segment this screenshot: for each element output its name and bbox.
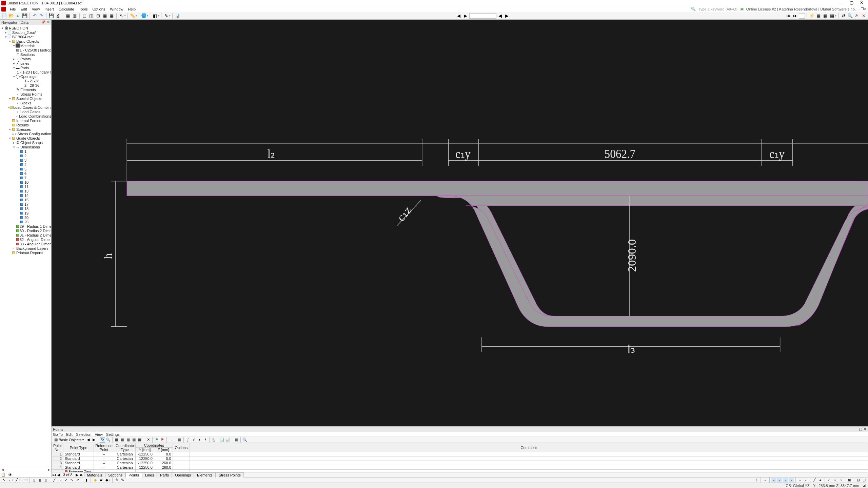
tree-dim-30[interactable]: 30 - Radius 2 Dimension <box>0 228 51 233</box>
table-row[interactable]: 2Standard--Cartesian12250.00.0 <box>52 456 868 461</box>
edit-tool[interactable]: ✎▾ <box>163 13 171 19</box>
pp-find-icon[interactable]: 🔍 <box>105 437 111 443</box>
bt-v14-icon[interactable]: ⊡ <box>856 478 861 483</box>
view5-icon[interactable]: ▦ <box>108 13 115 19</box>
bt-7-icon[interactable]: ▯ <box>43 478 48 483</box>
pp-t3-icon[interactable]: ▦ <box>125 437 131 443</box>
scroll-right-icon[interactable]: ▶ <box>46 468 51 471</box>
bt-12-icon[interactable]: ↗ <box>75 478 80 483</box>
pp-del-icon[interactable]: ✕ <box>145 437 151 443</box>
table-row[interactable]: 1Standard--Cartesian-12250.00.0 <box>52 452 868 456</box>
table-row[interactable]: 4Standard--Cartesian12250.0260.0 <box>52 465 868 470</box>
flash-icon[interactable]: ⚡ <box>809 13 815 19</box>
pp-tab[interactable]: Stress Points <box>216 472 244 477</box>
tree-lines[interactable]: ▸╱Lines <box>0 61 51 65</box>
tree-load[interactable]: ▾Load Cases & Combinations <box>0 105 51 109</box>
bt-v5-icon[interactable]: ▫ <box>789 478 794 483</box>
nav-hscroll[interactable]: ◀ ▶ <box>0 467 51 472</box>
tree-bg-layers[interactable]: ▫Background Layers <box>0 246 51 250</box>
chart-icon[interactable]: 📊 <box>174 13 180 19</box>
table-row[interactable]: 3Standard--Cartesian-12250.0260.0 <box>52 461 868 465</box>
menu-options[interactable]: Options <box>90 7 107 11</box>
tree-dim-item[interactable]: 10 <box>0 180 51 184</box>
bt-6-icon[interactable]: ▯ <box>37 478 42 483</box>
bt-17-icon[interactable]: ✎ <box>114 478 119 483</box>
warn-icon[interactable]: ⚠ <box>854 13 860 19</box>
tree-dim-item[interactable]: 5 <box>0 167 51 171</box>
tree-internal[interactable]: Internal Forces <box>0 118 51 123</box>
tree-load-combos[interactable]: ▫Load Combinations <box>0 114 51 118</box>
pp-tab[interactable]: Points <box>125 472 142 477</box>
tree-results[interactable]: Results <box>0 123 51 127</box>
tree-dim-item[interactable]: 26 <box>0 220 51 224</box>
tree-dim-item[interactable]: 6 <box>0 171 51 176</box>
tree-material-1[interactable]: 1 - C25/30 | Isotropic | Linear Elas… <box>0 48 51 52</box>
pp-last-icon[interactable]: ⏭ <box>79 473 84 477</box>
pp-fx4-icon[interactable]: f <box>202 437 208 443</box>
bt-v4-icon[interactable]: ▫ <box>783 478 788 483</box>
pp-next-page-icon[interactable]: ▶ <box>75 473 79 477</box>
search-hint[interactable]: Type a keyword (Alt+Q) <box>696 7 740 11</box>
tree-parts-1[interactable]: 1 - 1-20 | Boundary lines <box>0 70 51 74</box>
pp-grid-icon[interactable]: ▦ <box>177 437 182 443</box>
nav-first-icon[interactable]: ⏮ <box>785 13 791 19</box>
grid2-icon[interactable]: ▥ <box>72 13 78 19</box>
pin-icon[interactable]: 📌 <box>41 20 45 24</box>
points-table-body[interactable]: Point No. Point Type Reference Point Coo… <box>52 443 868 472</box>
nav-next2-icon[interactable]: ▶ <box>504 13 510 19</box>
tree-stress-points[interactable]: ·Stress Points <box>0 92 51 96</box>
bt-v10-icon[interactable]: ○ <box>827 478 832 483</box>
th-options[interactable]: Options <box>173 443 190 452</box>
pp-calc-icon[interactable]: ▦ <box>234 437 239 443</box>
combo-1[interactable] <box>469 13 496 19</box>
print-icon[interactable]: 🖨 <box>55 13 61 19</box>
bt-v1-icon[interactable]: ▫ <box>763 478 768 483</box>
pp-menu-view[interactable]: View <box>95 432 103 436</box>
bt-v2-icon[interactable]: ▫ <box>771 478 776 483</box>
pp-tab[interactable]: Elements <box>194 472 216 477</box>
pp-fx2-icon[interactable]: f <box>191 437 196 443</box>
minimize-button[interactable]: ─ <box>836 0 846 6</box>
pp-next-icon[interactable]: ▶ <box>91 437 97 443</box>
pp-chart-icon[interactable]: 📊 <box>219 437 225 443</box>
bt-v13-icon[interactable]: ⊞ <box>847 478 852 483</box>
pp-flag-g-icon[interactable]: ⚑ <box>154 437 159 443</box>
th-no[interactable]: Point No. <box>52 443 63 452</box>
tree-stresses[interactable]: ▾Stresses <box>0 127 51 131</box>
tree-opening-1[interactable]: 1 - 21-28 <box>0 79 51 83</box>
clip-tool[interactable]: ◧▾ <box>152 13 159 19</box>
bt-4[interactable]: ◠▾ <box>21 478 28 483</box>
th-z[interactable]: Z [mm] <box>154 448 173 452</box>
bt-16[interactable]: ◆▾ <box>104 478 111 483</box>
tree-dim-32[interactable]: 32 - Angular Dimension alpha 1 <box>0 237 51 242</box>
view3-icon[interactable]: ⊞ <box>95 13 101 19</box>
tree-special[interactable]: ▾Special Objects <box>0 96 51 101</box>
tree-dim-item[interactable]: 19 <box>0 211 51 215</box>
filter1-icon[interactable]: ▦ <box>815 13 822 19</box>
child-minimize[interactable]: ─ <box>859 7 861 11</box>
bt-15-icon[interactable]: ▰ <box>98 478 103 483</box>
pp-fx1-icon[interactable]: ∫ <box>185 437 191 443</box>
tree-guide[interactable]: ▾Guide Objects <box>0 136 51 140</box>
view1-icon[interactable]: ◻ <box>81 13 87 19</box>
tree-dim-29[interactable]: 29 - Radius 1 Dimension <box>0 224 51 228</box>
tree-parts[interactable]: ▾▬Parts <box>0 65 51 70</box>
pp-menu-selection[interactable]: Selection <box>76 432 91 436</box>
tree-elements[interactable]: ✎Elements <box>0 87 51 92</box>
th-y[interactable]: Y [mm] <box>135 448 154 452</box>
tree-load-cases[interactable]: ▫Load Cases <box>0 109 51 114</box>
tree-reports[interactable]: Printout Reports <box>0 250 51 255</box>
tree-snaps[interactable]: ▸⊙Object Snaps <box>0 140 51 145</box>
bt-10-icon[interactable]: ⤢ <box>63 478 68 483</box>
bt-3[interactable]: ╱▾ <box>14 478 21 483</box>
pp-tab[interactable]: Materials <box>84 472 105 477</box>
bt-v15-icon[interactable]: ⊡ <box>862 478 867 483</box>
menu-file[interactable]: File <box>7 7 18 11</box>
pp-tab[interactable]: Sections <box>105 472 125 477</box>
points-table[interactable]: Point No. Point Type Reference Point Coo… <box>52 443 868 472</box>
nav-tab-data-icon[interactable]: 📋 <box>0 472 7 477</box>
scroll-left-icon[interactable]: ◀ <box>0 468 5 471</box>
points-close-icon[interactable]: ✕ <box>864 427 867 431</box>
menu-calculate[interactable]: Calculate <box>56 7 77 11</box>
pp-category-select[interactable]: ▦Basic Objects▾ <box>53 438 85 442</box>
